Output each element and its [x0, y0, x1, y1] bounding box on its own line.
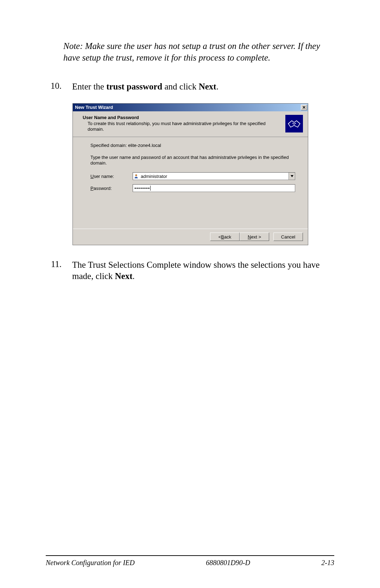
- username-value: administrator: [139, 173, 289, 180]
- page-footer: Network Configuration for IED 6880801D90…: [46, 555, 334, 567]
- step-body: The Trust Selections Complete window sho…: [72, 259, 334, 282]
- t: .: [132, 271, 134, 281]
- password-row: Password: ••••••••: [90, 184, 295, 192]
- step-body: Enter the trust password and click Next.: [72, 81, 334, 93]
- t: and click: [162, 82, 198, 91]
- t: trust password: [106, 82, 162, 91]
- document-page: Note: Make sure the user has not setup a…: [0, 0, 380, 588]
- password-label: Password:: [90, 186, 133, 191]
- t: U: [90, 174, 94, 179]
- t: B: [221, 234, 224, 240]
- wizard-body: Specified domain: elite-zone4.local Type…: [73, 137, 308, 229]
- handshake-icon: [285, 115, 303, 132]
- svg-point-0: [135, 174, 137, 176]
- close-icon: ✕: [302, 105, 306, 110]
- step-10: 10. Enter the trust password and click N…: [46, 81, 334, 93]
- dialog-titlebar: New Trust Wizard ✕: [73, 104, 308, 111]
- footer-left: Network Configuration for IED: [46, 559, 135, 567]
- wizard-header-subtitle: To create this trust relationship, you m…: [83, 121, 280, 132]
- nav-button-group: < Back Next >: [210, 233, 269, 241]
- password-value: ••••••••: [134, 186, 150, 191]
- wizard-header: User Name and Password To create this tr…: [73, 111, 308, 137]
- new-trust-wizard-dialog: New Trust Wizard ✕ User Name and Passwor…: [72, 103, 308, 245]
- t: Next: [199, 82, 216, 91]
- close-button[interactable]: ✕: [301, 105, 307, 110]
- note-text: Note: Make sure the user has not setup a…: [63, 41, 334, 63]
- password-input[interactable]: ••••••••: [133, 184, 295, 192]
- t: ext >: [251, 234, 261, 240]
- t: assword:: [94, 186, 112, 191]
- next-button[interactable]: Next >: [240, 233, 269, 241]
- username-combobox[interactable]: administrator: [133, 172, 295, 180]
- t: ack: [224, 234, 231, 240]
- t: ser name:: [94, 174, 114, 179]
- wizard-header-text: User Name and Password To create this tr…: [83, 115, 280, 132]
- dialog-title: New Trust Wizard: [75, 105, 301, 110]
- t: N: [248, 234, 251, 240]
- t: <: [218, 234, 221, 240]
- user-icon: [133, 173, 139, 180]
- t: .: [216, 82, 218, 91]
- wizard-footer: < Back Next > Cancel: [73, 229, 308, 245]
- text-caret: [150, 186, 151, 191]
- username-row: User name: administrator: [90, 172, 295, 180]
- wizard-header-title: User Name and Password: [83, 115, 280, 120]
- t: P: [90, 186, 94, 191]
- footer-right: 2-13: [321, 559, 334, 567]
- back-button[interactable]: < Back: [210, 233, 240, 241]
- step-number: 11.: [46, 259, 62, 282]
- footer-center: 6880801D90-D: [206, 559, 250, 567]
- step-number: 10.: [46, 81, 62, 93]
- specified-domain-line: Specified domain: elite-zone4.local: [90, 143, 295, 148]
- t: The Trust Selections Complete window sho…: [72, 260, 319, 281]
- instruction-text: Type the user name and password of an ac…: [90, 155, 295, 166]
- dropdown-button[interactable]: [289, 173, 295, 180]
- cancel-button[interactable]: Cancel: [273, 233, 303, 241]
- t: Next: [115, 271, 132, 281]
- username-label: User name:: [90, 174, 133, 179]
- t: Enter the: [72, 82, 106, 91]
- step-11: 11. The Trust Selections Complete window…: [46, 259, 334, 282]
